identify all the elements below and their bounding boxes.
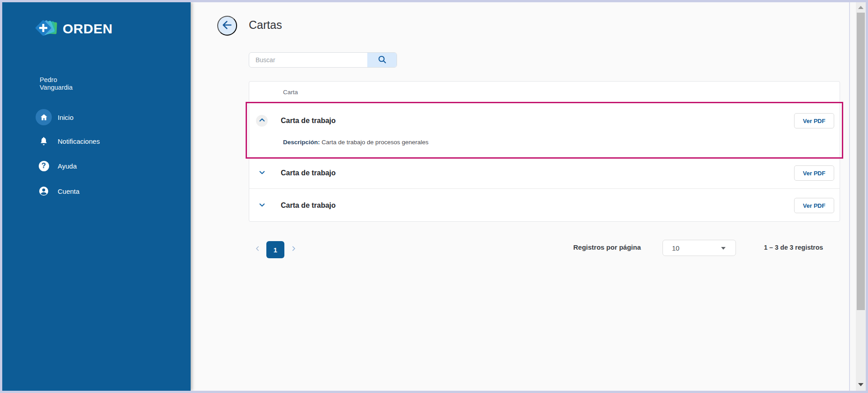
collapse-row-button[interactable]	[256, 115, 268, 127]
expand-row-button[interactable]	[256, 167, 268, 179]
records-per-page-value: 10	[672, 244, 680, 252]
chevron-left-icon	[254, 245, 261, 254]
vertical-scrollbar[interactable]	[856, 2, 866, 391]
scroll-down-arrow[interactable]	[856, 381, 866, 388]
chevron-down-icon	[258, 201, 266, 210]
sidebar-item-label: Inicio	[58, 114, 73, 121]
triangle-down-icon	[858, 383, 863, 386]
orden-logo-icon	[32, 16, 61, 42]
expand-row-button[interactable]	[256, 200, 268, 211]
home-icon	[36, 109, 52, 125]
ver-pdf-button[interactable]: Ver PDF	[794, 198, 834, 213]
user-name: Pedro Vanguardia	[40, 76, 73, 91]
help-icon: ?	[36, 158, 52, 174]
column-header-carta: Carta	[283, 89, 298, 96]
scroll-gutter	[849, 2, 856, 391]
next-page-button[interactable]	[289, 245, 298, 254]
sidebar-item-inicio[interactable]: Inicio	[36, 109, 73, 125]
sidebar-item-ayuda[interactable]: ? Ayuda	[36, 158, 77, 174]
sidebar-item-cuenta[interactable]: Cuenta	[36, 183, 79, 199]
records-per-page-label: Registros por página	[573, 243, 641, 251]
search-button[interactable]	[367, 53, 397, 67]
row-title: Carta de trabajo	[281, 117, 336, 125]
row-title: Carta de trabajo	[281, 169, 336, 177]
scrollbar-thumb[interactable]	[857, 13, 865, 310]
search-input[interactable]	[249, 53, 367, 67]
sidebar-item-notificaciones[interactable]: Notificaciones	[36, 133, 100, 149]
account-icon	[36, 183, 52, 199]
description-text: Carta de trabajo de procesos generales	[322, 139, 429, 146]
table-row: Carta de trabajo Ver PDF	[249, 189, 840, 222]
triangle-up-icon	[858, 6, 863, 9]
search-icon	[377, 55, 387, 66]
sidebar-item-label: Notificaciones	[58, 137, 100, 145]
user-last-name: Vanguardia	[40, 84, 73, 91]
caret-down-icon	[721, 247, 726, 250]
ver-pdf-button[interactable]: Ver PDF	[794, 113, 834, 128]
brand-name: ORDEN	[63, 21, 113, 37]
previous-page-button[interactable]	[253, 245, 262, 254]
sidebar: ORDEN Pedro Vanguardia Inicio Notificaci…	[2, 2, 191, 391]
chevron-right-icon	[290, 245, 297, 254]
records-range-text: 1 – 3 de 3 registros	[764, 244, 823, 251]
table-row: Carta de trabajo Ver PDF	[249, 158, 840, 189]
table-header-row: Carta	[249, 82, 840, 103]
page-number-button[interactable]: 1	[266, 241, 284, 258]
scroll-up-arrow[interactable]	[856, 4, 866, 11]
back-button[interactable]	[217, 16, 237, 36]
sidebar-item-label: Cuenta	[58, 187, 79, 195]
app-window: ORDEN Pedro Vanguardia Inicio Notificaci…	[0, 0, 868, 393]
chevron-up-icon	[258, 116, 266, 126]
bell-icon	[36, 133, 52, 149]
table-row: Carta de trabajo Ver PDF Descripción: Ca…	[249, 103, 840, 158]
records-per-page-select[interactable]: 10	[662, 240, 736, 256]
search-bar	[249, 52, 397, 68]
row-title: Carta de trabajo	[281, 201, 336, 210]
chevron-down-icon	[258, 168, 266, 178]
ver-pdf-button[interactable]: Ver PDF	[794, 165, 834, 181]
row-description: Descripción: Carta de trabajo de proceso…	[283, 138, 429, 146]
brand-logo: ORDEN	[32, 16, 113, 42]
cartas-table: Carta Carta de trabajo Ver PDF Descripci…	[249, 81, 840, 222]
user-first-name: Pedro	[40, 76, 73, 84]
arrow-left-icon	[221, 19, 233, 32]
sidebar-item-label: Ayuda	[58, 162, 77, 170]
description-label: Descripción:	[283, 139, 320, 146]
page-title: Cartas	[249, 18, 282, 32]
